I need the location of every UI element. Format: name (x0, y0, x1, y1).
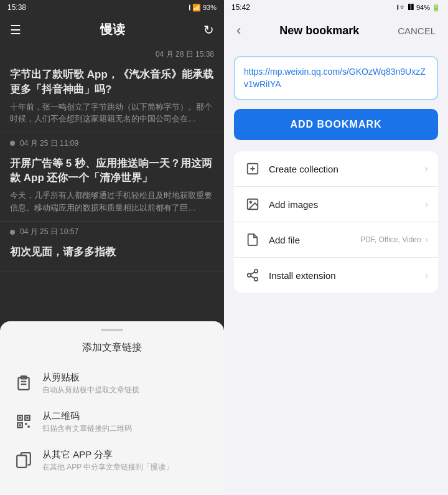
sheet-item-share-text: 从其它 APP 分享 在其他 APP 中分享文章链接到「慢读」 (42, 449, 173, 473)
action-install-extension-left: Install extension (244, 266, 336, 284)
collection-icon (244, 160, 261, 177)
share-label: 从其它 APP 分享 (42, 449, 173, 461)
back-button[interactable]: ‹ (234, 20, 243, 41)
chevron-right-icon-2: › (425, 199, 428, 210)
svg-rect-12 (28, 426, 30, 428)
action-create-collection-left: Create collection (244, 160, 338, 177)
article-date-2: 04 月 25 日 11:09 (20, 138, 78, 149)
right-status-icons: 𝄃 ᯤ ▊▊ 94% 🔋 (397, 4, 441, 12)
action-create-collection[interactable]: Create collection › (234, 151, 438, 187)
right-status-bar: 15:42 𝄃 ᯤ ▊▊ 94% 🔋 (224, 0, 448, 15)
svg-line-22 (251, 276, 254, 279)
add-images-label: Add images (269, 199, 318, 210)
extension-icon (244, 266, 261, 284)
right-battery: 94% (416, 4, 430, 11)
chevron-right-icon-3: › (425, 234, 428, 245)
action-add-images-left: Add images (244, 196, 318, 213)
svg-rect-13 (17, 455, 26, 468)
action-install-extension[interactable]: Install extension › (234, 258, 438, 293)
clipboard-icon (12, 372, 35, 394)
add-file-label: Add file (269, 235, 300, 245)
add-bookmark-button[interactable]: ADD BOOKMARK (234, 109, 438, 140)
left-status-bar: 15:38 𝄃 📶 93% (0, 0, 224, 15)
svg-rect-9 (19, 424, 21, 426)
article-title-1: 字节出了款听歌 App，《汽水音乐》能承载更多「抖音神曲」吗? (10, 67, 214, 97)
article-date-3: 04 月 25 日 10:57 (20, 227, 78, 237)
article-excerpt-1: 十年前，张一鸣创立了字节跳动（以下简称字节）。那个时候，人们不会想到这家籍籍无名… (10, 101, 214, 125)
left-header: ☰ 慢读 ↻ (0, 15, 224, 44)
chevron-right-icon-4: › (425, 270, 428, 281)
left-status-icons: 𝄃 📶 93% (189, 4, 217, 12)
refresh-icon[interactable]: ↻ (203, 22, 214, 37)
action-list: Create collection › Add image (234, 151, 438, 293)
svg-point-20 (248, 273, 251, 277)
url-input-box[interactable]: https://mp.weixin.qq.com/s/GKOzWq83n9Uxz… (234, 56, 438, 100)
clipboard-label: 从剪贴板 (42, 372, 139, 384)
qrcode-icon (12, 410, 35, 433)
chevron-right-icon-1: › (425, 163, 428, 174)
right-time: 15:42 (231, 3, 250, 12)
qrcode-label: 从二维码 (42, 410, 132, 422)
article-excerpt-2: 今天，几乎所有人都能够通过手机轻松且及时地获取重要信息。移动端应用的数据和质量相… (10, 189, 214, 214)
action-add-images[interactable]: Add images › (234, 187, 438, 222)
new-bookmark-title: New bookmark (279, 24, 359, 37)
right-header: ‹ New bookmark CANCEL (224, 15, 448, 49)
sheet-handle (101, 329, 123, 331)
left-battery: 93% (203, 4, 217, 11)
clipboard-desc: 自动从剪贴板中提取文章链接 (42, 385, 139, 395)
article-item-3[interactable]: 初次见面，请多多指教 (0, 240, 224, 271)
right-panel: 15:42 𝄃 ᯤ ▊▊ 94% 🔋 ‹ New bookmark CANCEL… (224, 0, 448, 495)
share-icon (12, 449, 35, 471)
svg-rect-7 (19, 417, 21, 418)
qrcode-desc: 扫描含有文章链接的二维码 (42, 423, 132, 434)
url-text: https://mp.weixin.qq.com/s/GKOzWq83n9Uxz… (244, 66, 428, 90)
add-file-meta: PDF, Office, Video (360, 235, 421, 244)
create-collection-label: Create collection (269, 164, 338, 174)
article-title-3: 初次见面，请多多指教 (10, 245, 214, 260)
add-article-sheet: 添加文章链接 从剪贴板 自动从剪贴板中提取文章链接 (0, 321, 224, 495)
sheet-item-clipboard[interactable]: 从剪贴板 自动从剪贴板中提取文章链接 (0, 364, 224, 403)
right-content: https://mp.weixin.qq.com/s/GKOzWq83n9Uxz… (224, 49, 448, 495)
svg-rect-11 (25, 423, 27, 425)
action-add-file-left: Add file (244, 231, 300, 248)
svg-point-19 (254, 270, 258, 273)
images-icon (244, 196, 261, 213)
svg-line-23 (251, 272, 254, 275)
sheet-item-clipboard-text: 从剪贴板 自动从剪贴板中提取文章链接 (42, 372, 139, 395)
install-extension-label: Install extension (269, 270, 336, 281)
separator-dot-2 (10, 230, 15, 235)
hamburger-icon[interactable]: ☰ (10, 22, 21, 37)
sheet-item-share[interactable]: 从其它 APP 分享 在其他 APP 中分享文章链接到「慢读」 (0, 441, 224, 480)
article-item-2[interactable]: 开屏广告等 5 秒、应用推送响一天？用这两款 App 还你一个「清净世界」 今天… (0, 151, 224, 222)
sheet-item-qrcode[interactable]: 从二维码 扫描含有文章链接的二维码 (0, 403, 224, 441)
share-desc: 在其他 APP 中分享文章链接到「慢读」 (42, 462, 173, 473)
svg-point-21 (254, 278, 258, 281)
article-date-1: 04 月 28 日 15:38 (0, 44, 224, 62)
action-add-file[interactable]: Add file PDF, Office, Video › (234, 222, 438, 258)
article-title-2: 开屏广告等 5 秒、应用推送响一天？用这两款 App 还你一个「清净世界」 (10, 156, 214, 186)
svg-rect-8 (26, 417, 28, 418)
svg-point-18 (250, 202, 251, 204)
article-item-1[interactable]: 字节出了款听歌 App，《汽水音乐》能承载更多「抖音神曲」吗? 十年前，张一鸣创… (0, 62, 224, 133)
separator-dot-1 (10, 141, 15, 146)
file-icon (244, 231, 261, 248)
left-app-title: 慢读 (100, 21, 125, 38)
left-time: 15:38 (7, 3, 26, 12)
sheet-item-qrcode-text: 从二维码 扫描含有文章链接的二维码 (42, 410, 132, 434)
left-panel: 15:38 𝄃 📶 93% ☰ 慢读 ↻ 04 月 28 日 15:38 字节出… (0, 0, 224, 495)
cancel-button[interactable]: CANCEL (395, 23, 438, 39)
sheet-title: 添加文章链接 (0, 341, 224, 354)
